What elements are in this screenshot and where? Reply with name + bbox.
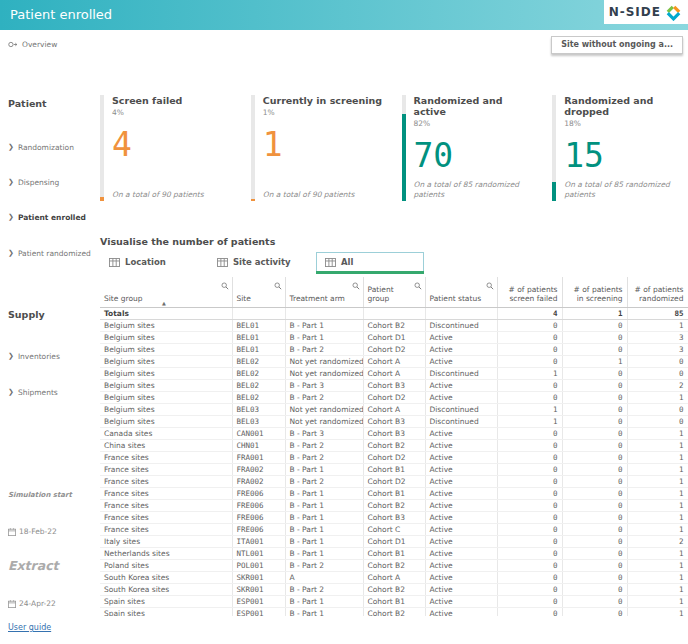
- chevron-right-icon: ❯: [8, 250, 14, 257]
- table-row[interactable]: Belgium sitesBEL02Not yet randomizedCoho…: [100, 355, 688, 367]
- kpi-bar-fill: [552, 182, 556, 201]
- kpi-progress-bar: [552, 95, 556, 201]
- in-screening-cell: 0: [562, 451, 627, 463]
- search-icon[interactable]: [274, 282, 282, 290]
- table-row[interactable]: Poland sitesPOL001B - Part 2Cohort B2Act…: [100, 559, 688, 571]
- table-row[interactable]: Canada sitesCAN001B - Part 3Cohort B3Act…: [100, 427, 688, 439]
- tab-location[interactable]: Location: [100, 252, 208, 272]
- in-screening-cell: 0: [562, 547, 627, 559]
- treatment-arm-cell: B - Part 1: [285, 331, 363, 343]
- top-header-bar: Patient enrolled N-SIDE: [0, 0, 688, 30]
- sort-ascending-icon: ▲: [162, 301, 166, 306]
- table-row[interactable]: Belgium sitesBEL03Not yet randomizedCoho…: [100, 415, 688, 427]
- table-row[interactable]: Belgium sitesBEL03Not yet randomizedCoho…: [100, 403, 688, 415]
- simulation-start-label: Simulation start: [8, 491, 72, 499]
- sidebar-item-inventories[interactable]: ❯ Inventories: [8, 352, 60, 361]
- site-group-cell: Belgium sites: [100, 343, 232, 355]
- search-icon[interactable]: [221, 282, 229, 290]
- table-row[interactable]: South Korea sitesSKR001ACohort AActive00…: [100, 571, 688, 583]
- sidebar-section-supply: Supply: [8, 309, 45, 320]
- patients-pivot-table: Site group ▲ Site: [100, 277, 688, 616]
- treatment-arm-cell: B - Part 1: [285, 319, 363, 331]
- search-icon[interactable]: [486, 282, 494, 290]
- in-screening-cell: 0: [562, 403, 627, 415]
- randomized-cell: 1: [627, 475, 688, 487]
- table-row[interactable]: Belgium sitesBEL01B - Part 1Cohort B2Dis…: [100, 319, 688, 331]
- treatment-arm-cell: Not yet randomized: [285, 415, 363, 427]
- table-body: Totals 4 1 85 Belgium sitesBEL01B - Part…: [100, 307, 688, 616]
- site-group-cell: Belgium sites: [100, 319, 232, 331]
- site-group-cell: Italy sites: [100, 535, 232, 547]
- user-guide-link[interactable]: User guide: [8, 623, 51, 632]
- sidebar-item-patient-randomized[interactable]: ❯ Patient randomized: [8, 249, 91, 258]
- column-header-screen-failed[interactable]: # of patients screen failed: [497, 277, 562, 307]
- table-row[interactable]: Spain sitesESP001B - Part 1Cohort B2Acti…: [100, 607, 688, 616]
- kpi-value: 15: [564, 139, 688, 172]
- sidebar-item-randomization[interactable]: ❯ Randomization: [8, 143, 74, 152]
- site-cell: FRA002: [232, 475, 285, 487]
- table-row[interactable]: France sitesFRE006B - Part 1Cohort B2Act…: [100, 499, 688, 511]
- sidebar-item-label: Patient enrolled: [18, 213, 86, 222]
- treatment-arm-cell: B - Part 2: [285, 583, 363, 595]
- treatment-arm-cell: Not yet randomized: [285, 367, 363, 379]
- patient-status-cell: Active: [425, 547, 497, 559]
- sidebar-section-patient: Patient: [8, 98, 47, 109]
- table-row[interactable]: China sitesCHN01B - Part 2Cohort B2Activ…: [100, 439, 688, 451]
- search-icon[interactable]: [414, 282, 422, 290]
- sidebar-item-dispensing[interactable]: ❯ Dispensing: [8, 178, 59, 187]
- table-row[interactable]: France sitesFRA002B - Part 2Cohort D2Act…: [100, 475, 688, 487]
- overview-compass-icon: [8, 41, 18, 48]
- site-without-ongoing-button[interactable]: Site without ongoing a...: [551, 36, 683, 54]
- table-row[interactable]: Belgium sitesBEL01B - Part 1Cohort D1Act…: [100, 331, 688, 343]
- column-header-treatment-arm[interactable]: Treatment arm: [285, 277, 363, 307]
- patient-status-cell: Active: [425, 583, 497, 595]
- table-row[interactable]: South Korea sitesSKR001B - Part 2Cohort …: [100, 583, 688, 595]
- table-row[interactable]: Belgium sitesBEL02B - Part 3Cohort B3Act…: [100, 379, 688, 391]
- table-row[interactable]: Belgium sitesBEL02Not yet randomizedCoho…: [100, 367, 688, 379]
- table-row[interactable]: Italy sitesITA001B - Part 1Cohort D1Acti…: [100, 535, 688, 547]
- treatment-arm-cell: Not yet randomized: [285, 355, 363, 367]
- column-header-patient-group[interactable]: Patient group: [363, 277, 425, 307]
- patient-status-cell: Active: [425, 559, 497, 571]
- table-row[interactable]: France sitesFRE006B - Part 1Cohort B3Act…: [100, 511, 688, 523]
- treatment-arm-cell: B - Part 1: [285, 547, 363, 559]
- site-group-cell: France sites: [100, 523, 232, 535]
- kpi-caption: On a total of 85 randomized patients: [414, 180, 538, 201]
- patient-status-cell: Active: [425, 379, 497, 391]
- page-title: Patient enrolled: [10, 7, 112, 22]
- table-row[interactable]: Spain sitesESP001B - Part 1Cohort B1Acti…: [100, 595, 688, 607]
- table-row[interactable]: France sitesFRA001B - Part 2Cohort D2Act…: [100, 451, 688, 463]
- site-cell: BEL02: [232, 355, 285, 367]
- tab-all[interactable]: All: [316, 252, 424, 272]
- treatment-arm-cell: A: [285, 571, 363, 583]
- in-screening-cell: 0: [562, 463, 627, 475]
- site-group-cell: Spain sites: [100, 595, 232, 607]
- column-header-patient-status[interactable]: Patient status: [425, 277, 497, 307]
- search-icon[interactable]: [352, 282, 360, 290]
- screen-failed-cell: 0: [497, 439, 562, 451]
- column-header-randomized[interactable]: # of patients randomized: [627, 277, 688, 307]
- table-row[interactable]: Belgium sitesBEL02B - Part 2Cohort D2Act…: [100, 391, 688, 403]
- site-group-cell: France sites: [100, 451, 232, 463]
- table-row[interactable]: France sitesFRA002B - Part 1Cohort B1Act…: [100, 463, 688, 475]
- column-header-site[interactable]: Site: [232, 277, 285, 307]
- tab-site-activity[interactable]: Site activity: [208, 252, 316, 272]
- sidebar-item-label: Patient randomized: [18, 249, 91, 258]
- column-header-site-group[interactable]: Site group ▲: [100, 277, 232, 307]
- column-header-in-screening[interactable]: # of patients in screening: [562, 277, 627, 307]
- sidebar-item-overview[interactable]: Overview: [8, 40, 57, 49]
- site-cell: ESP001: [232, 595, 285, 607]
- table-row[interactable]: Netherlands sitesNTL001B - Part 1Cohort …: [100, 547, 688, 559]
- sidebar-item-shipments[interactable]: ❯ Shipments: [8, 388, 58, 397]
- table-row[interactable]: France sitesFRE006B - Part 1Cohort B1Act…: [100, 487, 688, 499]
- site-cell: ESP001: [232, 607, 285, 616]
- logo-wordmark: N-SIDE: [609, 5, 661, 19]
- table-grid-icon: [325, 258, 336, 267]
- sidebar-item-patient-enrolled[interactable]: ❯ Patient enrolled: [8, 213, 86, 222]
- table-row[interactable]: France sitesFRE006B - Part 1Cohort CActi…: [100, 523, 688, 535]
- site-group-cell: France sites: [100, 463, 232, 475]
- site-group-cell: South Korea sites: [100, 583, 232, 595]
- table-row[interactable]: Belgium sitesBEL01B - Part 2Cohort D2Act…: [100, 343, 688, 355]
- patient-group-cell: Cohort B3: [363, 415, 425, 427]
- sidebar-item-label: Randomization: [18, 143, 74, 152]
